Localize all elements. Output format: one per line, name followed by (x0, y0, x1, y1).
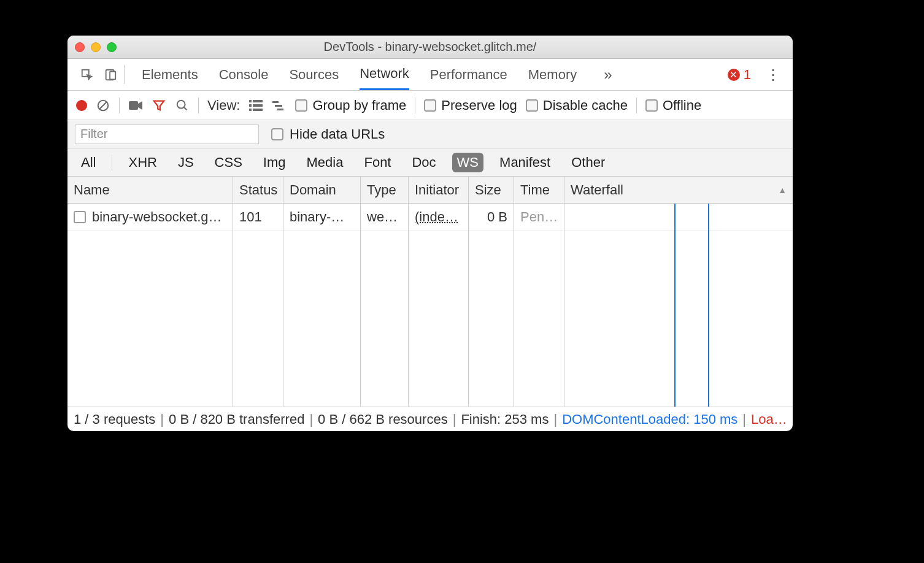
type-filter-js[interactable]: JS (173, 153, 199, 172)
type-filter-bar: All XHR JS CSS Img Media Font Doc WS Man… (67, 148, 793, 177)
network-grid: Name Status Domain Type Initiator Size T… (67, 177, 793, 407)
disable-cache-option[interactable]: Disable cache (526, 98, 628, 113)
search-icon[interactable] (175, 99, 190, 112)
filter-bar: Hide data URLs (67, 120, 793, 148)
devtools-window: DevTools - binary-websocket.glitch.me/ E… (67, 36, 793, 431)
tab-memory[interactable]: Memory (528, 59, 577, 90)
svg-rect-11 (253, 104, 263, 107)
svg-point-6 (177, 100, 185, 108)
preserve-log-label: Preserve log (441, 98, 517, 113)
footer-domcontentloaded: DOMContentLoaded: 150 ms (562, 412, 737, 427)
tab-network[interactable]: Network (360, 59, 409, 90)
group-by-frame-label: Group by frame (312, 98, 406, 113)
col-waterfall-label: Waterfall (571, 182, 623, 198)
type-filter-other[interactable]: Other (566, 153, 610, 172)
footer-resources: 0 B / 662 B resources (318, 412, 448, 427)
type-filter-css[interactable]: CSS (210, 153, 247, 172)
type-filter-media[interactable]: Media (302, 153, 348, 172)
record-button[interactable] (76, 100, 87, 111)
svg-rect-9 (253, 100, 263, 102)
overview-icon[interactable] (272, 100, 287, 111)
cell-initiator[interactable]: (inde… (409, 204, 469, 230)
svg-rect-10 (249, 104, 252, 107)
view-label: View: (207, 98, 240, 113)
footer-load: Loa… (751, 412, 787, 427)
svg-rect-15 (275, 105, 282, 107)
svg-line-7 (184, 107, 187, 110)
error-count-badge[interactable]: ✕ 1 (728, 67, 760, 83)
type-filter-img[interactable]: Img (258, 153, 291, 172)
network-toolbar: View: Group by frame Preserve log Disabl… (67, 91, 793, 120)
clear-icon[interactable] (96, 99, 110, 112)
svg-line-4 (99, 101, 107, 109)
col-time[interactable]: Time (514, 177, 564, 203)
panel-tabbar: Elements Console Sources Network Perform… (67, 59, 793, 91)
svg-rect-8 (249, 100, 252, 102)
type-filter-ws[interactable]: WS (452, 153, 483, 172)
hide-data-urls-checkbox[interactable] (271, 128, 283, 140)
type-filter-font[interactable]: Font (359, 153, 396, 172)
request-row[interactable]: binary-websocket.g… 101 binary-… we… (in… (67, 204, 793, 231)
type-filter-all[interactable]: All (76, 153, 101, 172)
tab-sources[interactable]: Sources (289, 59, 339, 90)
svg-rect-5 (129, 101, 138, 110)
cell-time-text: Pen… (520, 209, 558, 225)
tab-console[interactable]: Console (219, 59, 269, 90)
cell-size: 0 B (469, 204, 514, 230)
offline-checkbox[interactable] (645, 99, 658, 112)
svg-rect-2 (110, 71, 115, 79)
cell-domain: binary-… (283, 204, 361, 230)
filter-icon[interactable] (152, 99, 166, 112)
col-initiator[interactable]: Initiator (409, 177, 469, 203)
row-icon (74, 211, 86, 223)
tabs-overflow-button[interactable]: » (598, 66, 618, 83)
settings-menu-button[interactable]: ⋮ (760, 66, 787, 83)
titlebar: DevTools - binary-websocket.glitch.me/ (67, 36, 793, 59)
col-domain[interactable]: Domain (283, 177, 361, 203)
large-rows-icon[interactable] (248, 100, 263, 111)
group-by-frame-option[interactable]: Group by frame (295, 98, 406, 113)
type-filter-xhr[interactable]: XHR (123, 153, 161, 172)
offline-option[interactable]: Offline (645, 98, 701, 113)
col-status[interactable]: Status (233, 177, 283, 203)
svg-rect-14 (272, 101, 279, 103)
tab-elements[interactable]: Elements (142, 59, 198, 90)
cell-type: we… (361, 204, 409, 230)
disable-cache-label: Disable cache (543, 98, 628, 113)
footer-requests: 1 / 3 requests (74, 412, 155, 427)
cell-time: Pen… (514, 204, 564, 230)
col-waterfall[interactable]: Waterfall ▲ (564, 177, 793, 203)
svg-rect-12 (249, 109, 252, 111)
disable-cache-checkbox[interactable] (526, 99, 538, 112)
cell-name-text: binary-websocket.g… (92, 209, 222, 225)
col-name[interactable]: Name (67, 177, 233, 203)
hide-data-urls-label: Hide data URLs (290, 126, 385, 142)
col-size[interactable]: Size (469, 177, 514, 203)
camera-icon[interactable] (128, 99, 143, 112)
filter-input[interactable] (75, 124, 259, 144)
grid-header: Name Status Domain Type Initiator Size T… (67, 177, 793, 204)
footer-transferred: 0 B / 820 B transferred (169, 412, 304, 427)
inspect-element-icon[interactable] (80, 68, 94, 82)
hide-data-urls-option[interactable]: Hide data URLs (271, 126, 385, 142)
footer-finish: Finish: 253 ms (461, 412, 549, 427)
grid-body: binary-websocket.g… 101 binary-… we… (in… (67, 204, 793, 407)
group-by-frame-checkbox[interactable] (295, 99, 307, 112)
cell-waterfall (564, 204, 793, 230)
preserve-log-checkbox[interactable] (424, 99, 436, 112)
preserve-log-option[interactable]: Preserve log (424, 98, 517, 113)
window-title: DevTools - binary-websocket.glitch.me/ (67, 40, 793, 54)
type-filter-doc[interactable]: Doc (407, 153, 441, 172)
offline-label: Offline (663, 98, 701, 113)
type-filter-manifest[interactable]: Manifest (495, 153, 555, 172)
error-icon: ✕ (728, 69, 740, 81)
toggle-device-icon[interactable] (103, 68, 118, 82)
cell-name: binary-websocket.g… (67, 204, 233, 230)
svg-rect-16 (277, 109, 283, 110)
col-type[interactable]: Type (361, 177, 409, 203)
tab-performance[interactable]: Performance (430, 59, 507, 90)
cell-status: 101 (233, 204, 283, 230)
initiator-link[interactable]: (inde… (415, 209, 458, 225)
sort-ascending-icon: ▲ (778, 185, 787, 195)
status-footer: 1 / 3 requests | 0 B / 820 B transferred… (67, 407, 793, 431)
